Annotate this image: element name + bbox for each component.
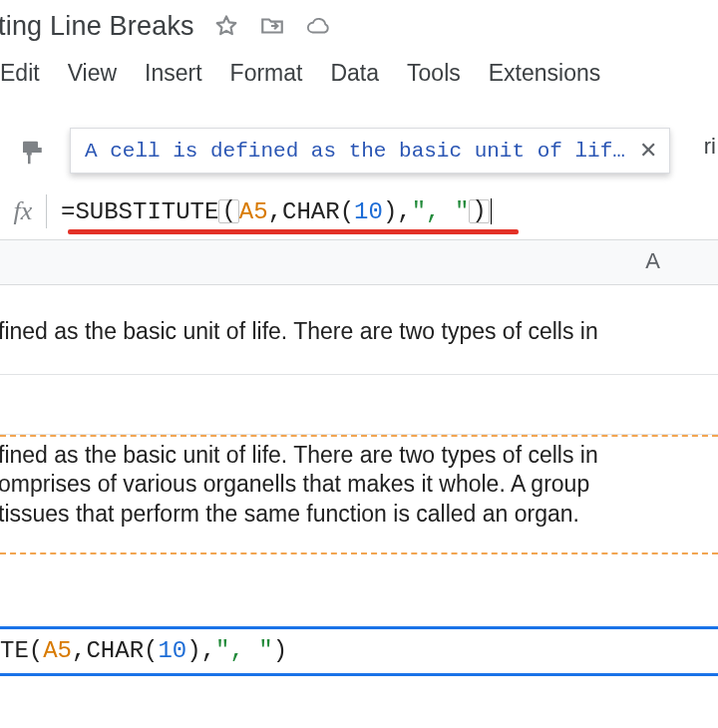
formula-result-preview: A cell is defined as the basic unit of l…: [70, 128, 670, 174]
preview-text: A cell is defined as the basic unit of l…: [85, 140, 639, 163]
divider: [46, 194, 47, 228]
column-header-a[interactable]: A: [645, 248, 660, 274]
menu-format[interactable]: Format: [230, 60, 303, 87]
formula-bar: fx =SUBSTITUTE ( A5 , CHAR ( 10 ) , ", "…: [0, 183, 718, 239]
cloud-saved-icon[interactable]: [304, 12, 332, 40]
cell-a3[interactable]: fined as the basic unit of life. There a…: [0, 435, 718, 554]
menu-extensions[interactable]: Extensions: [489, 60, 601, 87]
menu-insert[interactable]: Insert: [145, 60, 202, 87]
toolbar-overflow-text: ri.: [704, 134, 718, 160]
cell-a2[interactable]: [0, 375, 718, 435]
cell-a5-editing[interactable]: TE( A5 ,CHAR( 10 ), ", " ): [0, 626, 718, 676]
menu-view[interactable]: View: [68, 60, 117, 87]
document-title[interactable]: ting Line Breaks: [0, 11, 194, 42]
annotation-underline: [68, 229, 519, 234]
menu-bar: Edit View Insert Format Data Tools Exten…: [0, 52, 718, 94]
menu-data[interactable]: Data: [330, 60, 379, 87]
cell-a4[interactable]: [0, 554, 718, 626]
menu-tools[interactable]: Tools: [407, 60, 461, 87]
close-icon[interactable]: ✕: [639, 138, 657, 164]
menu-edit[interactable]: Edit: [0, 60, 40, 87]
column-header-row: A: [0, 239, 718, 285]
spreadsheet-grid[interactable]: A fined as the basic unit of life. There…: [0, 239, 718, 676]
text-caret: [491, 198, 493, 224]
cell-a1[interactable]: fined as the basic unit of life. There a…: [0, 285, 718, 375]
fx-label: fx: [0, 196, 46, 226]
paint-format-icon[interactable]: [18, 138, 50, 170]
star-icon[interactable]: [212, 12, 240, 40]
move-to-folder-icon[interactable]: [258, 12, 286, 40]
formula-input[interactable]: =SUBSTITUTE ( A5 , CHAR ( 10 ) , ", " ): [61, 191, 718, 231]
